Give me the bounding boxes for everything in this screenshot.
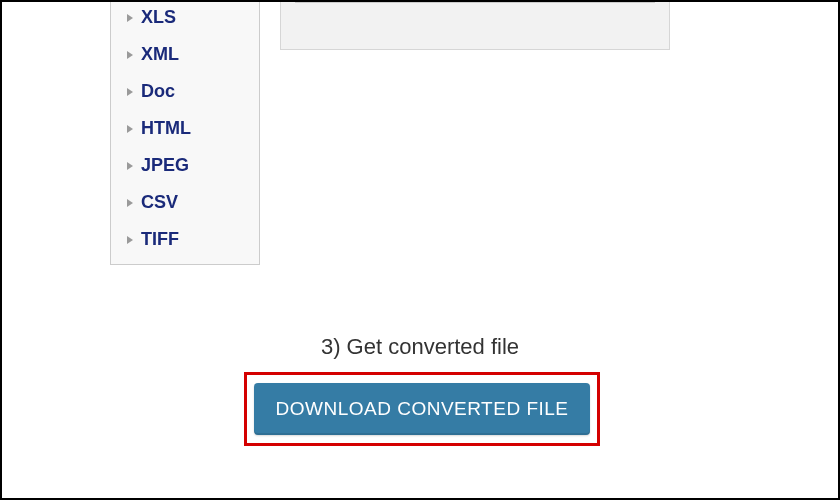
download-highlight-box: DOWNLOAD CONVERTED FILE — [244, 372, 600, 446]
chevron-right-icon — [127, 162, 133, 170]
chevron-right-icon — [127, 88, 133, 96]
sidebar-item-html[interactable]: HTML — [111, 110, 259, 147]
chevron-right-icon — [127, 14, 133, 22]
download-converted-file-button[interactable]: DOWNLOAD CONVERTED FILE — [254, 383, 590, 435]
content-panel — [280, 0, 670, 50]
sidebar-item-label: XML — [141, 44, 179, 65]
sidebar-item-label: TIFF — [141, 229, 179, 250]
chevron-right-icon — [127, 125, 133, 133]
sidebar-item-tiff[interactable]: TIFF — [111, 221, 259, 258]
chevron-right-icon — [127, 199, 133, 207]
sidebar-item-label: XLS — [141, 7, 176, 28]
sidebar-item-csv[interactable]: CSV — [111, 184, 259, 221]
format-sidebar: XLS XML Doc HTML JPEG CSV TIFF — [110, 0, 260, 265]
sidebar-item-label: JPEG — [141, 155, 189, 176]
chevron-right-icon — [127, 51, 133, 59]
sidebar-item-doc[interactable]: Doc — [111, 73, 259, 110]
sidebar-item-jpeg[interactable]: JPEG — [111, 147, 259, 184]
step-label: 3) Get converted file — [2, 334, 838, 360]
sidebar-item-label: CSV — [141, 192, 178, 213]
sidebar-item-xls[interactable]: XLS — [111, 0, 259, 36]
chevron-right-icon — [127, 236, 133, 244]
sidebar-item-label: HTML — [141, 118, 191, 139]
sidebar-item-label: Doc — [141, 81, 175, 102]
content-panel-inner — [295, 0, 655, 3]
sidebar-item-xml[interactable]: XML — [111, 36, 259, 73]
